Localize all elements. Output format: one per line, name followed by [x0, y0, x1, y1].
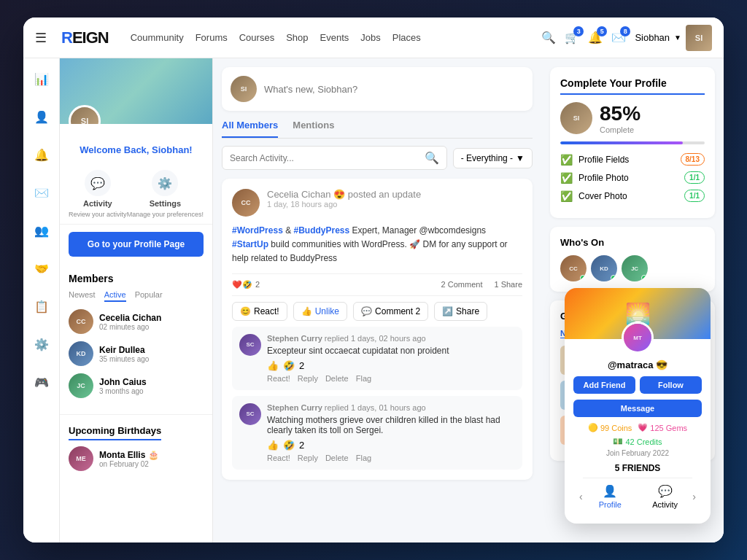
unlike-button[interactable]: 👍 Unlike [293, 302, 347, 321]
search-icon: 🔍 [425, 151, 439, 165]
credits-row: 💵 42 Credits [573, 437, 702, 446]
hashtag-startup[interactable]: #StartUp [232, 239, 268, 249]
post-box: SI [222, 67, 533, 111]
message-button[interactable]: Message [573, 400, 702, 417]
search-input[interactable] [230, 153, 420, 163]
add-friend-button[interactable]: Add Friend [573, 376, 635, 394]
share-icon: ↗️ [442, 306, 453, 316]
main-content: SI All Members Mentions 🔍 - Everything -… [213, 58, 541, 542]
nav-links: Coummunity Forums Courses Shop Events Jo… [131, 32, 421, 43]
likes-count: 2 [255, 280, 260, 289]
members-tabs: Newest Active Popular [69, 290, 204, 302]
search-button[interactable]: 🔍 [541, 31, 556, 44]
sidebar-settings-icon[interactable]: ⚙️ [30, 332, 53, 356]
messages-button[interactable]: ✉️8 [611, 31, 626, 44]
activity-stats: ❤️🤣 2 2 Comment 1 Share [232, 273, 522, 296]
activity-meta: Cecelia Cichan 😍 posted an update 1 day,… [267, 189, 522, 209]
notifications-button[interactable]: 🔔5 [588, 31, 603, 44]
check-icon: ✅ [560, 154, 573, 166]
tab-active[interactable]: Active [104, 290, 126, 302]
comment-button[interactable]: 💬 Comment 2 [353, 302, 428, 321]
nav-right: 🔍 🛒3 🔔5 ✉️8 Siobhan ▼ SI [541, 25, 712, 51]
birthday-info: Monta Ellis 🎂 on February 02 [99, 450, 159, 468]
pc-fields-label: Profile Fields [578, 155, 675, 165]
pc-cover-label: Cover Photo [578, 191, 678, 201]
likes-stat: ❤️🤣 2 [232, 280, 260, 289]
nav-forums[interactable]: Forums [196, 32, 228, 43]
birthday-name: Monta Ellis 🎂 [99, 450, 159, 460]
reply-flag[interactable]: Flag [356, 374, 371, 383]
activity-username: Cecelia Cichan 😍 [267, 189, 345, 200]
reply-react[interactable]: React! [267, 374, 290, 383]
profile-actions: 💬 Activity Review your activity ⚙️ Setti… [60, 164, 212, 225]
post-body-line1: #WordPress & #BuddyPress Expert, Manager… [232, 224, 522, 238]
reply2-delete[interactable]: Delete [325, 454, 349, 462]
member-avatar-john: JC [69, 373, 93, 398]
share-button[interactable]: ↗️ Share [434, 302, 487, 321]
activity-action[interactable]: 💬 Activity Review your activity [69, 170, 127, 218]
floating-tab-profile[interactable]: 👤 Profile [583, 478, 638, 515]
birthday-date: on February 02 [99, 460, 159, 468]
sidebar-games-icon[interactable]: 🎮 [30, 370, 53, 394]
tab-mentions[interactable]: Mentions [293, 120, 334, 138]
pc-label: Complete [600, 125, 640, 134]
user-chip[interactable]: Siobhan ▼ SI [635, 25, 712, 51]
sidebar-friends-icon[interactable]: 🤝 [30, 257, 53, 280]
members-title: Members [69, 273, 204, 284]
nav-events[interactable]: Events [320, 32, 349, 43]
profile-sidebar: SI Welcome Back, Siobhan! 💬 Activity Rev… [60, 58, 213, 542]
reply-delete[interactable]: Delete [325, 374, 349, 383]
sidebar-docs-icon[interactable]: 📋 [30, 295, 53, 318]
activity-tab-label: Activity [652, 500, 678, 509]
nav-places[interactable]: Places [392, 32, 421, 43]
floating-card-avatar: MT [622, 322, 654, 354]
search-filter-bar: 🔍 - Everything - ▼ [222, 146, 533, 170]
tab-popular[interactable]: Popular [135, 290, 163, 302]
comments-count: 2 Comment [441, 280, 483, 289]
react-button[interactable]: 😊 React! [232, 302, 287, 321]
logo: REIGN [61, 28, 109, 47]
reply2-react[interactable]: React! [267, 454, 290, 462]
reply-reply[interactable]: Reply [298, 374, 318, 383]
floating-username: @matraca 😎 [573, 359, 702, 370]
hashtag-wordpress[interactable]: #WordPress [232, 225, 283, 236]
sidebar-profile-icon[interactable]: 👤 [30, 105, 53, 128]
nav-shop[interactable]: Shop [286, 32, 308, 43]
next-arrow[interactable]: › [692, 491, 696, 502]
menu-icon[interactable]: ☰ [35, 30, 47, 46]
reply-actions-2: React! Reply Delete Flag [267, 454, 515, 462]
sidebar-chart-icon[interactable]: 📊 [30, 67, 53, 90]
floating-tab-activity[interactable]: 💬 Activity [638, 478, 692, 515]
heart-icon: ❤️🤣 [232, 280, 252, 289]
goto-profile-button[interactable]: Go to your Profile Page [69, 232, 204, 257]
logo-r: R [61, 28, 72, 47]
nav-courses[interactable]: Courses [239, 32, 274, 43]
member-item: JC John Caius 3 months ago [69, 373, 204, 398]
hashtag-buddypress[interactable]: #BuddyPress [293, 225, 349, 236]
activity-tabs: All Members Mentions [222, 120, 533, 139]
shares-count: 1 Share [494, 280, 522, 289]
post-input[interactable] [264, 84, 524, 95]
reply2-flag[interactable]: Flag [356, 454, 371, 462]
profile-cover: SI [60, 58, 212, 124]
member-avatar-keir: KD [69, 341, 93, 366]
nav-community[interactable]: Coummunity [131, 32, 184, 43]
tab-all-members[interactable]: All Members [222, 120, 278, 138]
filter-dropdown[interactable]: - Everything - ▼ [453, 148, 533, 168]
profile-complete-widget: Complete Your Profile SI 85% Complete ✅ … [550, 67, 715, 218]
floating-card-body: @matraca 😎 Add Friend Follow Message 🟡 9… [565, 339, 711, 524]
settings-action[interactable]: ⚙️ Settings Manage your preferences! [127, 170, 204, 218]
reply2-reply[interactable]: Reply [298, 454, 318, 462]
sidebar-bell-icon[interactable]: 🔔 [30, 143, 53, 166]
nav-jobs[interactable]: Jobs [360, 32, 380, 43]
sidebar-groups-icon[interactable]: 👥 [30, 219, 53, 242]
sidebar-mail-icon[interactable]: ✉️ [30, 181, 53, 204]
follow-button[interactable]: Follow [640, 376, 702, 394]
credits-stat: 💵 42 Credits [573, 437, 702, 446]
birthday-avatar: ME [69, 446, 93, 471]
activity-user-line: Cecelia Cichan 😍 posted an update [267, 189, 522, 200]
member-time: 02 minutes ago [99, 323, 204, 331]
tab-newest[interactable]: Newest [69, 290, 96, 302]
pc-photo-badge: 1/1 [684, 171, 705, 184]
cart-button[interactable]: 🛒3 [565, 31, 579, 44]
